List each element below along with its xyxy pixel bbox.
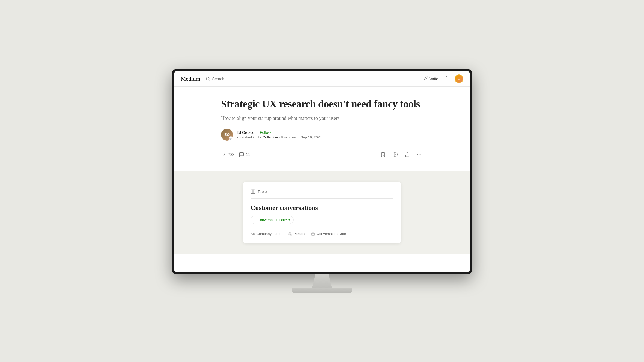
play-icon <box>392 152 398 157</box>
sort-button[interactable]: ↓ Conversation Date ▾ <box>251 216 294 224</box>
table-embed-title: Customer conversations <box>251 204 393 212</box>
comment-icon <box>239 152 244 157</box>
column-company-name: Aa Company name <box>251 232 288 236</box>
svg-rect-7 <box>251 190 255 194</box>
more-button[interactable] <box>415 151 423 158</box>
article-subtitle: How to align your startup around what ma… <box>221 115 423 122</box>
dot-separator: · <box>257 130 258 135</box>
share-icon <box>404 152 410 157</box>
write-label: Write <box>430 77 438 81</box>
author-info: Ed Orozco · Follow Published in UX Colle… <box>236 130 322 139</box>
bookmark-icon <box>380 152 386 157</box>
author-name[interactable]: Ed Orozco <box>236 130 254 135</box>
action-bar: 788 11 <box>221 147 423 162</box>
play-button[interactable] <box>391 151 399 158</box>
stand-base <box>292 288 352 293</box>
publish-date: Sep 19, 2024 <box>301 135 322 139</box>
svg-rect-9 <box>312 233 315 236</box>
search-bar[interactable]: Search <box>206 77 417 81</box>
author-avatar[interactable]: EO 🤖 <box>221 129 233 141</box>
share-button[interactable] <box>403 151 411 158</box>
author-badge: 🤖 <box>229 136 233 141</box>
table-columns: Aa Company name Person <box>251 228 393 236</box>
article-header: Strategic UX research doesn't need fancy… <box>221 98 423 162</box>
svg-point-8 <box>289 232 290 234</box>
column-conversation-date: Conversation Date <box>311 232 353 236</box>
svg-point-1 <box>393 152 398 157</box>
user-avatar[interactable]: U <box>455 74 463 83</box>
people-icon <box>288 232 292 236</box>
write-button[interactable]: Write <box>422 76 438 82</box>
comment-count: 11 <box>246 152 250 157</box>
table-icon <box>251 189 255 194</box>
comment-button[interactable]: 11 <box>239 152 250 157</box>
follow-button[interactable]: Follow <box>260 130 271 135</box>
text-col-icon: Aa <box>251 232 255 236</box>
bookmark-button[interactable] <box>379 151 387 158</box>
article-title: Strategic UX research doesn't need fancy… <box>221 98 423 111</box>
search-placeholder: Search <box>212 77 224 81</box>
more-icon <box>416 152 422 157</box>
svg-point-4 <box>417 154 418 155</box>
svg-marker-2 <box>395 154 396 156</box>
svg-point-6 <box>421 154 421 155</box>
sort-label: Conversation Date <box>258 218 287 222</box>
clap-icon <box>221 152 226 157</box>
published-in-label: Published in <box>236 135 256 139</box>
write-icon <box>422 76 428 82</box>
navbar-right: Write U <box>422 74 463 83</box>
publication-link[interactable]: UX Collective <box>257 135 278 139</box>
navbar: Medium Search Write <box>174 71 470 87</box>
table-embed: Table Customer conversations ↓ Conversat… <box>243 182 401 243</box>
author-name-row: Ed Orozco · Follow <box>236 130 322 135</box>
clap-count: 788 <box>228 152 234 157</box>
calendar-icon <box>311 232 315 236</box>
sort-down-arrow: ↓ <box>254 218 256 222</box>
stand-neck <box>306 274 338 288</box>
column-person: Person <box>288 232 311 236</box>
read-time: 8 min read <box>281 135 297 139</box>
svg-point-0 <box>206 77 209 80</box>
notifications-button[interactable] <box>443 75 450 83</box>
bell-icon <box>444 76 449 82</box>
clap-button[interactable]: 788 <box>221 152 234 157</box>
search-icon <box>206 77 210 81</box>
article-image-section: Table Customer conversations ↓ Conversat… <box>174 171 470 254</box>
table-embed-header: Table <box>251 189 393 199</box>
action-bar-right <box>379 151 423 158</box>
column-date-label: Conversation Date <box>317 232 346 236</box>
svg-point-5 <box>419 154 420 155</box>
chevron-down-icon: ▾ <box>288 218 290 222</box>
avatar-initials: U <box>458 77 460 81</box>
action-bar-left: 788 11 <box>221 152 250 157</box>
column-company-label: Company name <box>256 232 281 236</box>
column-person-label: Person <box>293 232 305 236</box>
table-label: Table <box>258 189 267 194</box>
author-row: EO 🤖 Ed Orozco · Follow Published in <box>221 129 423 141</box>
main-content: Strategic UX research doesn't need fancy… <box>174 87 470 272</box>
site-logo[interactable]: Medium <box>181 75 200 82</box>
monitor-stand <box>172 274 472 293</box>
author-meta: Published in UX Collective · 8 min read … <box>236 135 322 139</box>
